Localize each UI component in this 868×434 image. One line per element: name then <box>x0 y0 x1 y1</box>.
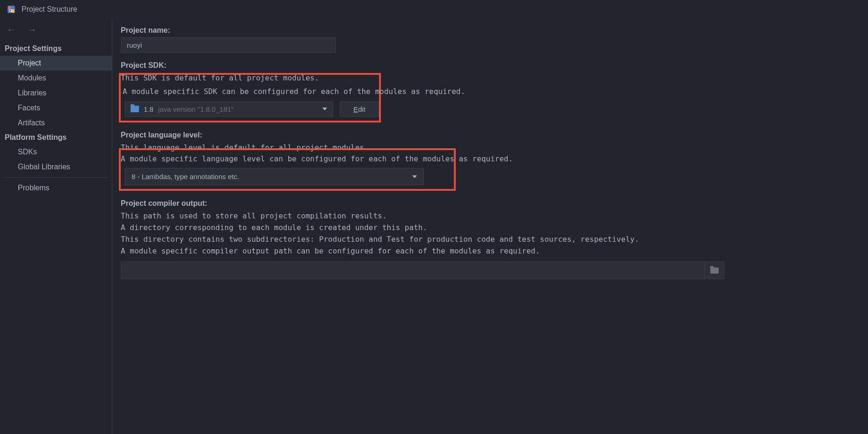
highlight-sdk: A module specific SDK can be configured … <box>119 73 381 123</box>
window-title: Project Structure <box>22 5 77 14</box>
forward-arrow-icon[interactable]: → <box>27 24 36 35</box>
compiler-output-field <box>121 261 724 279</box>
sidebar-item-problems[interactable]: Problems <box>0 181 112 195</box>
sidebar-item-sdks[interactable]: SDKs <box>0 145 112 159</box>
titlebar: IJ Project Structure <box>0 0 868 19</box>
chevron-down-icon <box>322 108 327 110</box>
sdk-desc-2: A module specific SDK can be configured … <box>121 86 379 98</box>
compiler-desc-3: This directory contains two subdirectori… <box>121 234 860 246</box>
highlight-language-level: 8 - Lambdas, type annotations etc. <box>119 148 456 191</box>
back-arrow-icon[interactable]: ← <box>7 24 16 35</box>
sidebar-item-modules[interactable]: Modules <box>0 71 112 86</box>
folder-open-icon <box>710 268 719 274</box>
divider <box>5 177 107 178</box>
chevron-down-icon <box>412 175 417 178</box>
sdk-version-text: 1.8 <box>144 105 153 113</box>
compiler-output-input[interactable] <box>121 267 704 275</box>
project-name-input[interactable] <box>121 37 336 53</box>
sidebar: ← → Project Settings Project Modules Lib… <box>0 19 112 434</box>
edit-sdk-button[interactable]: Edit <box>340 101 379 117</box>
sidebar-item-artifacts[interactable]: Artifacts <box>0 116 112 130</box>
sidebar-item-facets[interactable]: Facets <box>0 101 112 116</box>
sidebar-item-libraries[interactable]: Libraries <box>0 86 112 101</box>
project-name-label: Project name: <box>121 26 860 35</box>
project-sdk-label: Project SDK: <box>121 61 860 70</box>
sidebar-item-project[interactable]: Project <box>0 56 112 71</box>
folder-icon <box>131 106 139 112</box>
project-sdk-select[interactable]: 1.8 java version "1.8.0_181" <box>124 101 333 117</box>
compiler-desc-4: A module specific compiler output path c… <box>121 246 860 257</box>
app-icon: IJ <box>7 5 16 14</box>
compiler-desc-2: A directory corresponding to each module… <box>121 222 860 234</box>
content-panel: Project name: Project SDK: This SDK is d… <box>112 19 868 434</box>
language-level-value: 8 - Lambdas, type annotations etc. <box>131 173 412 181</box>
browse-button[interactable] <box>704 262 724 279</box>
language-level-select[interactable]: 8 - Lambdas, type annotations etc. <box>124 168 424 185</box>
compiler-desc-1: This path is used to store all project c… <box>121 210 860 222</box>
svg-text:IJ: IJ <box>9 8 13 13</box>
section-header-project-settings: Project Settings <box>0 42 112 56</box>
sidebar-item-global-libraries[interactable]: Global Libraries <box>0 159 112 174</box>
section-header-platform-settings: Platform Settings <box>0 130 112 145</box>
compiler-output-label: Project compiler output: <box>121 199 860 208</box>
sdk-detail-text: java version "1.8.0_181" <box>158 105 318 113</box>
